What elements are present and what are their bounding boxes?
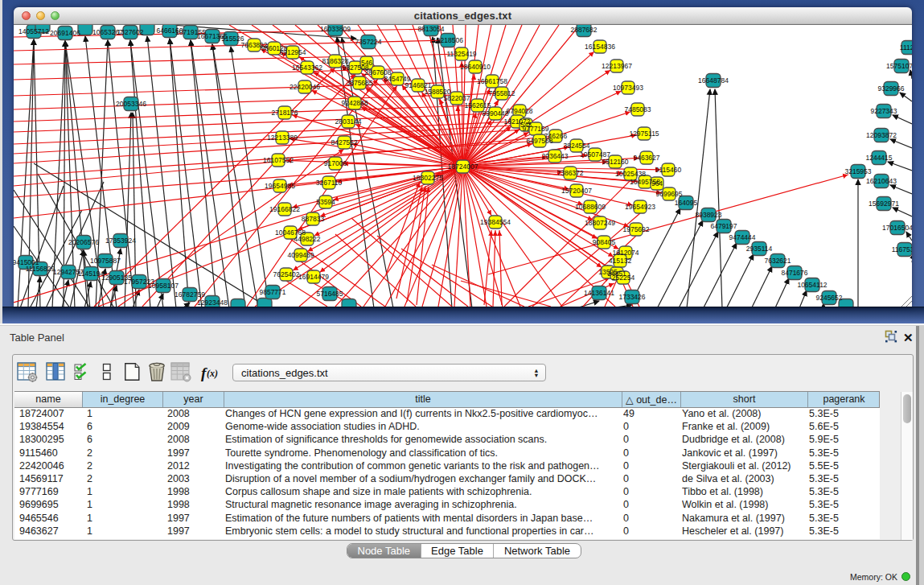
svg-text:12923448: 12923448: [197, 299, 228, 307]
svg-text:10688609: 10688609: [575, 203, 606, 211]
svg-text:16210643: 16210643: [866, 177, 897, 185]
svg-text:9857771: 9857771: [259, 288, 285, 296]
svg-text:9474444: 9474444: [729, 233, 755, 241]
svg-text:9227343: 9227343: [870, 107, 897, 115]
svg-text:20691406: 20691406: [50, 29, 80, 37]
svg-text:16107552: 16107552: [263, 156, 294, 164]
svg-text:12093872: 12093872: [866, 131, 897, 139]
svg-text:1562615: 1562615: [464, 101, 491, 109]
svg-text:8912954: 8912954: [279, 48, 306, 56]
svg-text:18807249: 18807249: [585, 219, 615, 227]
svg-text:15692971: 15692971: [869, 200, 899, 208]
svg-text:9329966: 9329966: [877, 84, 904, 93]
svg-text:16033809: 16033809: [320, 25, 351, 33]
svg-text:9699695: 9699695: [655, 190, 682, 198]
svg-text:9242848: 9242848: [341, 99, 368, 107]
svg-text:16648784: 16648784: [698, 76, 729, 84]
svg-text:16961758: 16961758: [477, 77, 507, 85]
svg-text:8471676: 8471676: [781, 269, 807, 277]
svg-text:252254: 252254: [612, 274, 635, 282]
svg-text:14136141: 14136141: [584, 289, 614, 297]
svg-text:5822037: 5822037: [443, 94, 470, 102]
svg-text:10975887: 10975887: [90, 257, 121, 265]
svg-text:11325419: 11325419: [446, 50, 476, 58]
svg-text:19654923: 19654923: [625, 203, 655, 211]
svg-text:9245652: 9245652: [815, 294, 842, 302]
svg-text:(x): (x): [207, 368, 218, 379]
svg-text:8427552: 8427552: [331, 138, 357, 146]
svg-text:20206576: 20206576: [68, 238, 99, 246]
svg-text:8813054: 8813054: [417, 25, 444, 33]
svg-text:964: 964: [651, 179, 663, 187]
svg-text:12213389: 12213389: [267, 134, 298, 142]
svg-text:11156829: 11156829: [26, 265, 55, 273]
svg-text:2935114: 2935114: [746, 245, 773, 253]
svg-text:8938923: 8938923: [695, 211, 721, 219]
svg-text:19166822: 19166822: [269, 205, 300, 213]
svg-text:9463627: 9463627: [633, 154, 659, 162]
svg-text:164095: 164095: [675, 199, 698, 207]
svg-text:1327602: 1327602: [117, 28, 143, 36]
svg-text:19384554: 19384554: [480, 218, 511, 226]
svg-text:10958107: 10958107: [148, 282, 179, 290]
svg-text:15751074: 15751074: [886, 62, 912, 70]
svg-text:11123: 11123: [900, 43, 912, 51]
svg-text:22420046: 22420046: [290, 83, 320, 91]
svg-text:3215953: 3215953: [844, 167, 871, 175]
svg-text:1612074: 1612074: [612, 249, 639, 257]
svg-text:9512160: 9512160: [602, 158, 628, 166]
svg-text:2036443: 2036443: [541, 152, 568, 160]
svg-text:10025438: 10025438: [615, 170, 646, 178]
svg-text:19218506: 19218506: [433, 36, 463, 44]
svg-text:7632621: 7632621: [764, 257, 791, 265]
svg-text:7357224: 7357224: [355, 38, 381, 46]
svg-text:20053346: 20053346: [116, 100, 146, 108]
svg-text:12975115: 12975115: [629, 130, 659, 138]
svg-text:5716485: 5716485: [316, 290, 343, 298]
svg-text:2887682: 2887682: [570, 26, 597, 34]
svg-text:1145194: 1145194: [78, 270, 105, 278]
svg-text:546: 546: [361, 59, 372, 67]
svg-text:16914479: 16914479: [298, 273, 329, 281]
svg-text:7485083: 7485083: [624, 105, 651, 113]
svg-text:16154836: 16154836: [585, 43, 615, 51]
svg-text:887833: 887833: [302, 215, 325, 223]
svg-text:1733426: 1733426: [618, 293, 645, 301]
svg-text:15720407: 15720407: [561, 187, 592, 195]
svg-text:19654985: 19654985: [265, 182, 295, 190]
svg-text:16782759: 16782759: [175, 290, 205, 299]
svg-text:8990448: 8990448: [482, 109, 508, 117]
svg-text:7386372: 7386372: [556, 169, 583, 177]
svg-text:1244415: 1244415: [865, 154, 892, 162]
svg-text:4099489: 4099489: [287, 251, 314, 259]
svg-text:18302275: 18302275: [413, 174, 443, 182]
svg-text:16543362: 16543362: [292, 64, 322, 72]
svg-text:9115460: 9115460: [655, 166, 682, 174]
svg-text:17016504: 17016504: [882, 224, 912, 232]
svg-text:10654112: 10654112: [797, 281, 827, 289]
svg-text:3267110: 3267110: [316, 179, 343, 187]
svg-text:2803144: 2803144: [335, 117, 361, 126]
svg-text:6794028: 6794028: [506, 107, 532, 115]
svg-text:10973493: 10973493: [613, 84, 643, 92]
svg-text:3824554: 3824554: [563, 142, 589, 150]
svg-text:415132: 415132: [609, 257, 632, 265]
svg-text:908405: 908405: [593, 238, 616, 246]
svg-text:3875685: 3875685: [346, 79, 372, 87]
svg-text:7955812: 7955812: [488, 89, 515, 97]
svg-text:1167534: 1167534: [892, 245, 912, 253]
svg-text:18640910: 18640910: [460, 63, 491, 71]
svg-text:18724007: 18724007: [448, 163, 478, 171]
svg-text:1975692: 1975692: [622, 225, 649, 233]
svg-text:17353924: 17353924: [105, 237, 136, 245]
svg-text:2718176: 2718176: [271, 109, 298, 117]
svg-text:12213967: 12213967: [602, 62, 632, 70]
svg-text:7625402: 7625402: [273, 270, 299, 278]
svg-text:917006: 917006: [324, 159, 347, 167]
svg-text:53594: 53594: [316, 198, 335, 206]
svg-text:6479197: 6479197: [710, 222, 737, 230]
svg-text:4498222: 4498222: [294, 235, 320, 243]
svg-text:14055712: 14055712: [18, 27, 49, 35]
svg-text:746266: 746266: [544, 132, 568, 140]
